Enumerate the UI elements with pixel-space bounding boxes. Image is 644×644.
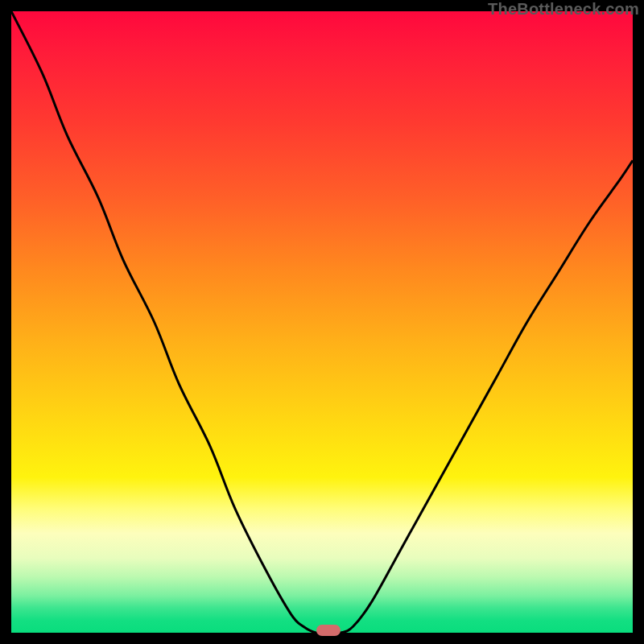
bottleneck-curve (11, 11, 633, 633)
attribution-text: TheBottleneck.com (488, 0, 639, 19)
optimal-marker (316, 625, 341, 636)
plot-area (11, 11, 633, 633)
chart-stage: TheBottleneck.com (0, 0, 644, 644)
curve-path (11, 11, 633, 633)
